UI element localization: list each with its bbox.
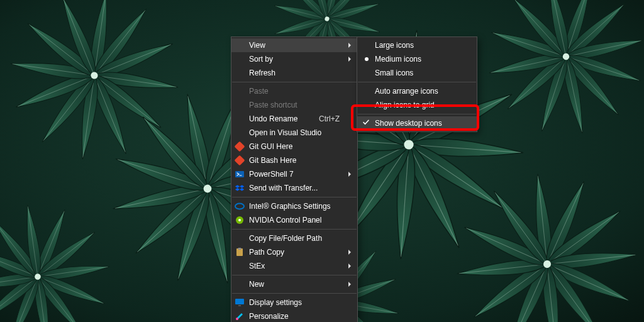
menu-item-label: Large icons <box>375 41 414 50</box>
menu-item-powershell[interactable]: PowerShell 7 <box>231 167 357 181</box>
submenu-item-large-icons[interactable]: Large icons <box>357 38 477 52</box>
menu-item-label: Undo Rename <box>249 114 297 123</box>
menu-item-label: StEx <box>249 262 265 270</box>
menu-item-path-copy[interactable]: Path Copy <box>231 245 357 259</box>
menu-item-open-visual-studio[interactable]: Open in Visual Studio <box>231 126 357 140</box>
menu-item-copy-path[interactable]: Copy File/Folder Path <box>231 231 357 245</box>
git-icon <box>234 141 245 152</box>
svg-point-13 <box>236 318 238 320</box>
menu-item-shortcut: Ctrl+Z <box>304 114 340 123</box>
svg-rect-10 <box>238 248 242 250</box>
menu-item-label: Small icons <box>375 69 413 77</box>
menu-item-label: Personalize <box>249 312 289 321</box>
svg-point-8 <box>238 219 241 221</box>
menu-item-nvidia-control-panel[interactable]: NVIDIA Control Panel <box>231 213 357 227</box>
svg-point-6 <box>235 204 244 209</box>
menu-item-label: Copy File/Folder Path <box>249 234 322 243</box>
menu-item-label: Path Copy <box>249 248 284 257</box>
menu-item-label: New <box>249 280 264 289</box>
radio-selected-icon <box>365 57 369 61</box>
menu-item-label: NVIDIA Control Panel <box>249 216 321 225</box>
clipboard-icon <box>234 247 245 258</box>
view-submenu: Large icons Medium icons Small icons Aut… <box>357 36 477 132</box>
svg-rect-12 <box>238 305 241 306</box>
menu-separator <box>232 82 357 82</box>
menu-item-label: Intel® Graphics Settings <box>249 202 331 211</box>
menu-item-sort-by[interactable]: Sort by <box>231 52 357 66</box>
menu-item-label: Paste <box>249 87 269 96</box>
menu-item-paste: Paste <box>231 84 357 98</box>
menu-item-label: Git Bash Here <box>249 156 296 165</box>
menu-item-label: Open in Visual Studio <box>249 128 321 137</box>
menu-item-label: Show desktop icons <box>375 119 442 128</box>
menu-separator <box>232 197 357 197</box>
menu-item-stex[interactable]: StEx <box>231 259 357 273</box>
menu-item-paste-shortcut: Paste shortcut <box>231 98 357 112</box>
menu-item-personalize[interactable]: Personalize <box>231 309 357 322</box>
menu-item-label: Refresh <box>249 69 275 77</box>
menu-item-refresh[interactable]: Refresh <box>231 66 357 80</box>
submenu-item-auto-arrange[interactable]: Auto arrange icons <box>357 84 477 98</box>
checkmark-icon <box>362 119 370 128</box>
svg-rect-3 <box>235 142 245 152</box>
submenu-item-align-grid[interactable]: Align icons to grid <box>357 98 477 112</box>
menu-item-label: Git GUI Here <box>249 142 292 151</box>
powershell-icon <box>234 169 245 180</box>
menu-item-label: Send with Transfer... <box>249 184 318 192</box>
dropbox-icon <box>234 182 245 194</box>
menu-item-label: PowerShell 7 <box>249 170 294 179</box>
menu-item-display-settings[interactable]: Display settings <box>231 296 357 309</box>
menu-item-undo-rename[interactable]: Undo Rename Ctrl+Z <box>231 112 357 126</box>
paintbrush-icon <box>234 311 245 322</box>
menu-item-view[interactable]: View <box>231 38 357 52</box>
submenu-item-small-icons[interactable]: Small icons <box>357 66 477 80</box>
svg-rect-11 <box>235 299 244 304</box>
submenu-item-medium-icons[interactable]: Medium icons <box>357 52 477 66</box>
menu-separator <box>358 82 476 82</box>
menu-item-git-bash[interactable]: Git Bash Here <box>231 153 357 167</box>
menu-separator <box>232 293 357 294</box>
menu-item-label: Medium icons <box>375 55 421 64</box>
menu-item-intel-graphics[interactable]: Intel® Graphics Settings <box>231 199 357 213</box>
menu-item-label: Auto arrange icons <box>375 87 438 96</box>
menu-item-label: Display settings <box>249 298 302 307</box>
nvidia-icon <box>234 214 245 226</box>
menu-item-label: Align icons to grid <box>375 101 435 109</box>
menu-item-send-with-transfer[interactable]: Send with Transfer... <box>231 181 357 195</box>
monitor-icon <box>234 297 245 308</box>
menu-separator <box>232 229 357 230</box>
menu-item-label: Paste shortcut <box>249 101 297 109</box>
menu-item-git-gui[interactable]: Git GUI Here <box>231 140 357 153</box>
menu-item-new[interactable]: New <box>231 277 357 291</box>
desktop-context-menu: View Sort by Refresh Paste Paste shortcu… <box>231 36 358 322</box>
menu-item-label: View <box>249 41 265 50</box>
menu-separator <box>232 275 357 275</box>
intel-icon <box>234 201 245 212</box>
menu-item-label: Sort by <box>249 55 273 64</box>
menu-separator <box>358 114 476 114</box>
svg-rect-4 <box>235 155 245 165</box>
git-icon <box>234 155 245 166</box>
submenu-item-show-desktop-icons[interactable]: Show desktop icons <box>357 116 477 130</box>
